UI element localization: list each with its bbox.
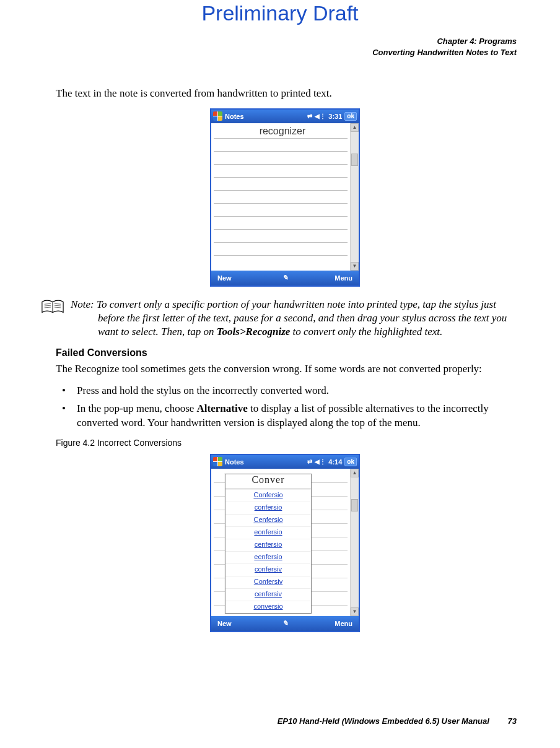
list-item-pre: In the pop-up menu, choose bbox=[77, 402, 197, 414]
alternative-keyword: Alternative bbox=[197, 402, 248, 414]
note-line bbox=[214, 243, 348, 256]
vertical-scrollbar[interactable]: ▲ ▼ bbox=[350, 123, 359, 271]
alternative-item[interactable]: eonfersio bbox=[225, 526, 311, 539]
network-icon[interactable]: ⇄ bbox=[307, 113, 312, 120]
note-line: recognizer bbox=[214, 126, 348, 139]
notes-canvas[interactable]: Conver Confersio confersio Cenfersio eon… bbox=[211, 469, 350, 616]
failed-conversions-heading: Failed Conversions bbox=[56, 347, 514, 359]
start-icon[interactable] bbox=[213, 111, 222, 121]
pen-icon[interactable]: ✎ bbox=[273, 274, 297, 282]
volume-icon[interactable]: ◀⋮ bbox=[315, 113, 326, 120]
alternative-item[interactable]: cenfersiv bbox=[225, 588, 311, 601]
soft-key-bar: New ✎ Menu bbox=[211, 271, 359, 285]
notes-canvas[interactable]: recognizer bbox=[211, 123, 350, 271]
ok-button[interactable]: ok bbox=[344, 458, 357, 466]
ok-button[interactable]: ok bbox=[344, 112, 357, 121]
note-line bbox=[214, 139, 348, 152]
alternative-item[interactable]: confersiv bbox=[225, 563, 311, 576]
device-frame: Notes ⇄ ◀⋮ 3:31 ok recognizer bbox=[210, 108, 360, 287]
page-header: Chapter 4: Programs Converting Handwritt… bbox=[372, 36, 517, 58]
volume-icon[interactable]: ◀⋮ bbox=[315, 458, 326, 465]
device-frame: Notes ⇄ ◀⋮ 4:14 ok bbox=[210, 454, 360, 632]
book-icon bbox=[41, 298, 64, 339]
scroll-down-button[interactable]: ▼ bbox=[351, 607, 359, 616]
scroll-down-button[interactable]: ▼ bbox=[351, 262, 359, 271]
failed-conversions-paragraph: The Recognize tool sometimes gets the co… bbox=[56, 362, 514, 376]
app-title: Notes bbox=[225, 458, 244, 466]
alternative-item[interactable]: conversio bbox=[225, 601, 311, 613]
note-line bbox=[214, 204, 348, 217]
scroll-thumb[interactable] bbox=[351, 499, 358, 511]
note-label: Note: bbox=[71, 298, 94, 310]
clock-label: 4:14 bbox=[328, 458, 342, 466]
manual-title: EP10 Hand-Held (Windows Embedded 6.5) Us… bbox=[278, 716, 489, 726]
title-bar: Notes ⇄ ◀⋮ 4:14 ok bbox=[211, 455, 359, 469]
figure-1-screenshot: Notes ⇄ ◀⋮ 3:31 ok recognizer bbox=[56, 108, 514, 287]
preliminary-draft-watermark: Preliminary Draft bbox=[0, 0, 560, 25]
list-item: In the pop-up menu, choose Alternative t… bbox=[56, 402, 514, 430]
note-line bbox=[214, 230, 348, 243]
softkey-menu[interactable]: Menu bbox=[297, 274, 359, 282]
app-title: Notes bbox=[225, 113, 244, 120]
intro-paragraph: The text in the note is converted from h… bbox=[56, 87, 514, 101]
soft-key-bar: New ✎ Menu bbox=[211, 616, 359, 631]
alternative-item[interactable]: Confersio bbox=[225, 489, 311, 502]
scroll-up-button[interactable]: ▲ bbox=[351, 123, 359, 132]
section-label: Converting Handwritten Notes to Text bbox=[372, 47, 517, 58]
page-footer: EP10 Hand-Held (Windows Embedded 6.5) Us… bbox=[278, 716, 517, 726]
alternative-item[interactable]: eenfersio bbox=[225, 551, 311, 563]
alternative-item[interactable]: cenfersio bbox=[225, 539, 311, 551]
scroll-up-button[interactable]: ▲ bbox=[351, 469, 359, 477]
alternatives-popup: Conver Confersio confersio Cenfersio eon… bbox=[225, 474, 312, 614]
figure-4-2-caption: Figure 4.2 Incorrect Conversions bbox=[56, 438, 514, 448]
alternative-item[interactable]: Confersiv bbox=[225, 576, 311, 588]
pen-icon[interactable]: ✎ bbox=[273, 619, 297, 627]
note-callout: Note: To convert only a specific portion… bbox=[41, 298, 514, 339]
tools-recognize-path: Tools>Recognize bbox=[217, 326, 291, 337]
page-number: 73 bbox=[508, 716, 517, 726]
note-line bbox=[214, 191, 348, 204]
softkey-new[interactable]: New bbox=[211, 620, 273, 627]
note-line bbox=[214, 217, 348, 230]
network-icon[interactable]: ⇄ bbox=[307, 458, 312, 465]
note-line bbox=[214, 165, 348, 178]
alternative-item[interactable]: Cenfersio bbox=[225, 514, 311, 526]
note-text: Note: To convert only a specific portion… bbox=[71, 298, 514, 339]
handwritten-header: Conver bbox=[225, 474, 311, 489]
alternative-item[interactable]: confersio bbox=[225, 502, 311, 514]
title-bar: Notes ⇄ ◀⋮ 3:31 ok bbox=[211, 110, 359, 123]
note-line bbox=[214, 178, 348, 191]
softkey-new[interactable]: New bbox=[211, 274, 273, 282]
softkey-menu[interactable]: Menu bbox=[297, 620, 359, 627]
figure-2-screenshot: Notes ⇄ ◀⋮ 4:14 ok bbox=[56, 454, 514, 632]
note-line bbox=[214, 152, 348, 165]
list-item: Press and hold the stylus on the incorre… bbox=[56, 384, 514, 398]
chapter-label: Chapter 4: Programs bbox=[372, 36, 517, 47]
vertical-scrollbar[interactable]: ▲ ▼ bbox=[350, 469, 359, 616]
list-item-text: Press and hold the stylus on the incorre… bbox=[77, 385, 329, 396]
scroll-thumb[interactable] bbox=[351, 154, 358, 166]
instruction-list: Press and hold the stylus on the incorre… bbox=[56, 384, 514, 430]
note-body-post: to convert only the highlighted text. bbox=[290, 326, 442, 337]
clock-label: 3:31 bbox=[328, 113, 342, 120]
start-icon[interactable] bbox=[213, 457, 222, 466]
